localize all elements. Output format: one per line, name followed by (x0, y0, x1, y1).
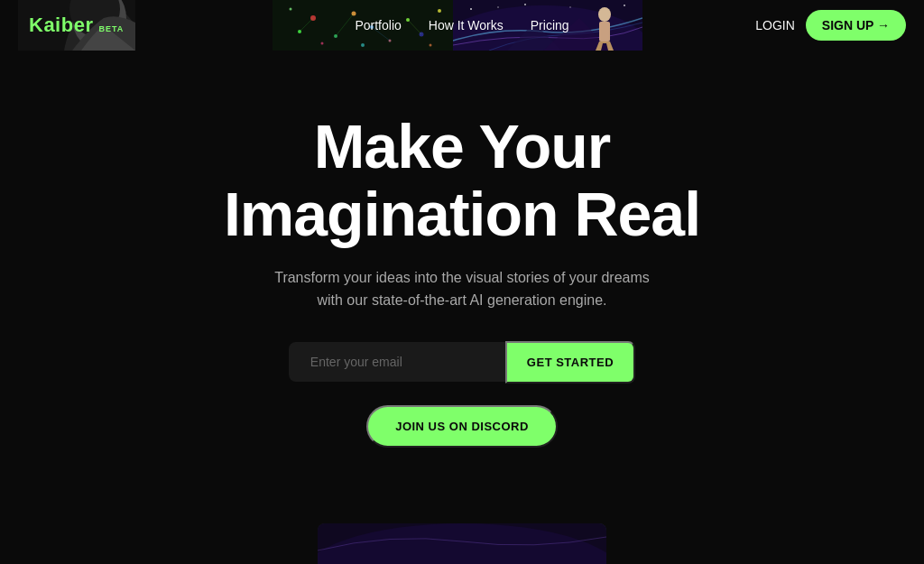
svg-point-31 (524, 4, 526, 5)
svg-point-27 (598, 7, 611, 22)
svg-point-30 (497, 6, 499, 8)
logo-text: Kaiber BETA (29, 14, 124, 37)
svg-point-33 (624, 5, 625, 6)
login-button[interactable]: LOGIN (755, 18, 795, 32)
bottom-strip-svg (318, 523, 606, 564)
nav-auth: LOGIN SIGN UP → (755, 10, 906, 41)
logo-badge: BETA (98, 24, 124, 33)
get-started-button[interactable]: GET STARTED (505, 341, 635, 384)
svg-point-15 (321, 42, 324, 45)
nav-center: Portfolio How It Works Pricing (273, 0, 651, 51)
email-input[interactable] (289, 342, 505, 382)
nav-link-portfolio[interactable]: Portfolio (355, 18, 401, 32)
navbar-inner: Kaiber BETA (18, 0, 906, 51)
svg-point-16 (361, 43, 365, 47)
email-cta-row: GET STARTED (289, 341, 635, 384)
logo-area[interactable]: Kaiber BETA (18, 0, 135, 51)
bottom-preview-strip (318, 523, 606, 564)
svg-point-29 (470, 8, 472, 10)
discord-button[interactable]: JOIN US ON DISCORD (366, 405, 558, 448)
nav-link-how-it-works[interactable]: How It Works (429, 18, 504, 32)
signup-button[interactable]: SIGN UP → (806, 10, 906, 41)
nav-link-pricing[interactable]: Pricing (531, 18, 569, 32)
logo-name: Kaiber (29, 14, 93, 37)
svg-point-32 (569, 6, 571, 8)
svg-rect-28 (599, 22, 610, 42)
navbar: Kaiber BETA (0, 0, 924, 51)
svg-point-17 (430, 44, 432, 47)
hero-section: Make Your Imagination Real Transform you… (0, 51, 924, 564)
hero-subtitle: Transform your ideas into the visual sto… (273, 266, 651, 312)
nav-links: Portfolio How It Works Pricing (355, 18, 568, 32)
svg-point-14 (438, 9, 441, 13)
svg-point-18 (290, 8, 292, 11)
hero-title: Make Your Imagination Real (224, 113, 700, 248)
